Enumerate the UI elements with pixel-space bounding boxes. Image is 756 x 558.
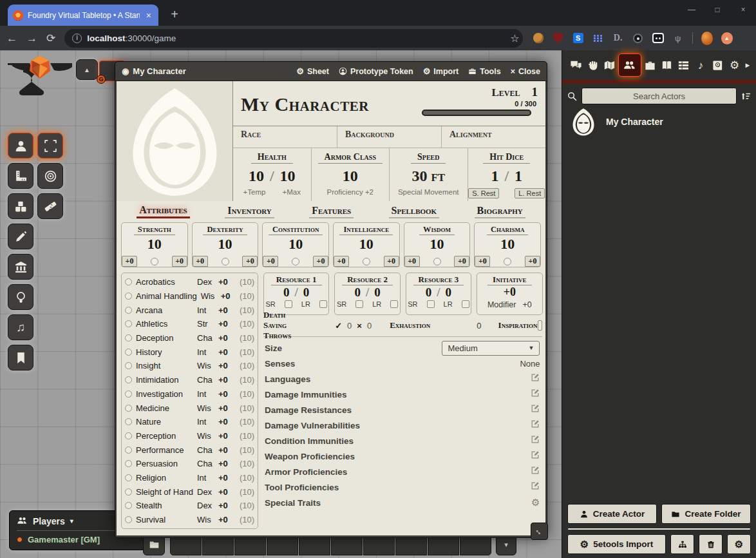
ability-score[interactable]: 10 [500,236,515,253]
check-mod[interactable]: +0 [242,256,258,267]
death-success-count[interactable]: 0 [347,321,352,331]
skill-intimidation[interactable]: IntimidationCha+0(10) [125,373,254,387]
token-tool-button[interactable] [8,133,33,159]
sr-checkbox[interactable] [285,300,292,308]
hp-current[interactable]: 10 [249,168,264,185]
tab-attributes[interactable]: Attributes [137,204,190,218]
skill-survival[interactable]: SurvivalWis+0(10) [125,513,254,527]
tab-compendium[interactable] [709,53,726,77]
select-tokens-button[interactable] [37,133,63,159]
grid-extension-icon[interactable] [594,35,603,42]
resource-current[interactable]: 0 [354,285,361,300]
skill-prof-radio[interactable] [125,334,132,342]
skill-deception[interactable]: DeceptionCha+0(10) [125,331,254,345]
skill-prof-radio[interactable] [125,502,132,509]
check-mod[interactable]: +0 [454,256,469,267]
actor-list-item[interactable]: My Character [562,105,756,139]
skill-prof-radio[interactable] [125,307,132,314]
window-resize-handle[interactable]: ↔ [531,523,548,540]
create-actor-button[interactable]: Create Actor [567,504,657,524]
death-success-icon[interactable]: ✓ [335,321,342,331]
sheet-config-button[interactable]: ⚙ Sheet [296,67,329,76]
robot-extension-icon[interactable] [652,33,664,43]
tab-features[interactable]: Features [309,205,354,218]
players-caret-icon[interactable]: ▾ [70,517,73,524]
hd-max[interactable]: 1 [515,168,522,185]
skill-prof-radio[interactable] [125,390,132,398]
lens-extension-icon[interactable] [633,34,643,43]
bookmark-star-icon[interactable]: ☆ [510,32,519,44]
lr-checkbox[interactable] [319,300,327,308]
skill-performance[interactable]: PerformanceCha+0(10) [125,443,254,457]
skill-perception[interactable]: PerceptionWis+0(10) [125,429,254,443]
skill-prof-radio[interactable] [125,349,132,356]
collapse-nav-button[interactable]: ▲ [76,59,98,80]
inspiration-checkbox[interactable] [538,320,543,331]
profile-avatar[interactable] [701,32,713,45]
new-tab-button[interactable]: + [166,6,183,23]
measure-distance-button[interactable] [37,193,63,219]
sidebar-collapse-icon[interactable]: ► [743,53,752,77]
resource-max[interactable]: 0 [446,285,452,300]
sr-checkbox[interactable] [427,300,435,308]
back-icon[interactable]: ← [6,33,17,44]
skill-prof-radio[interactable] [125,293,132,300]
race-field[interactable]: Race [233,126,337,148]
character-name[interactable]: My Character [241,93,422,115]
tab-biography[interactable]: Biography [475,205,525,218]
initiative-mod[interactable]: +0 [522,300,531,309]
save-mod[interactable]: +0 [334,256,349,267]
edit-icon[interactable] [531,373,540,385]
special-movement-label[interactable]: Special Movement [398,188,459,196]
initiative-value[interactable]: +0 [504,285,516,299]
temp-hp-label[interactable]: +Temp [243,188,266,196]
resource-current[interactable]: 0 [283,285,290,300]
tab-playlists[interactable]: ♪ [692,53,709,77]
resource-max[interactable]: 0 [303,285,310,300]
alignment-field[interactable]: Alignment [441,126,545,148]
trait-senses[interactable]: Senses None [265,356,540,371]
tile-controls-button[interactable] [8,193,33,219]
wall-controls-button[interactable] [8,254,33,280]
drawing-tools-button[interactable] [8,224,33,249]
size-select[interactable]: Medium▼ [442,341,540,356]
level-value[interactable]: 1 [532,85,538,99]
cookie-extension-icon[interactable] [533,33,543,43]
tab-actors[interactable] [618,53,641,77]
special-traits-config-icon[interactable]: ⚙ [531,497,540,508]
save-mod[interactable]: +0 [475,256,490,267]
tab-inventory[interactable]: Inventory [225,205,274,218]
skill-acrobatics[interactable]: AcrobaticsDex+0(10) [125,275,254,289]
tab-rollable-tables[interactable] [676,53,692,77]
speed-value[interactable]: 30 ft [411,168,445,185]
long-rest-button[interactable]: L. Rest [515,188,545,198]
tab-scenes[interactable] [601,53,618,77]
skill-athletics[interactable]: AthleticsStr+0(10) [125,317,254,331]
folder-tree-button[interactable] [670,534,694,554]
save-mod[interactable]: +0 [263,256,278,267]
close-window-icon[interactable]: × [730,0,756,21]
browser-tab[interactable]: Foundry Virtual Tabletop • A Stan × [8,5,158,26]
skill-sleight-of-hand[interactable]: Sleight of HandDex+0(10) [125,485,254,499]
import-data-button[interactable]: ⚙ Import [423,67,459,76]
skill-religion[interactable]: ReligionInt+0(10) [125,471,254,485]
browser-update-icon[interactable]: ▲ [721,32,733,44]
skill-history[interactable]: HistoryInt+0(10) [125,345,254,359]
skill-prof-radio[interactable] [125,447,132,454]
ability-score[interactable]: 10 [430,236,444,253]
skill-prof-radio[interactable] [125,418,132,425]
5etools-import-button[interactable]: ⚙ 5etools Import [567,534,666,554]
skill-persuasion[interactable]: PersuasionCha+0(10) [125,457,254,471]
tab-chat[interactable] [567,53,584,77]
skill-nature[interactable]: NatureInt+0(10) [125,415,254,429]
sort-icon[interactable] [741,91,751,101]
hd-current[interactable]: 1 [491,168,498,185]
forward-icon[interactable]: → [26,33,37,44]
ac-value[interactable]: 10 [343,168,358,185]
tab-journal[interactable] [658,53,675,77]
skill-arcana[interactable]: ArcanaInt+0(10) [125,303,254,317]
edit-icon[interactable] [531,389,540,400]
xp-value[interactable]: 0 / 300 [422,100,536,108]
session-extension-icon[interactable]: S [573,33,583,43]
ability-score[interactable]: 10 [359,236,373,253]
